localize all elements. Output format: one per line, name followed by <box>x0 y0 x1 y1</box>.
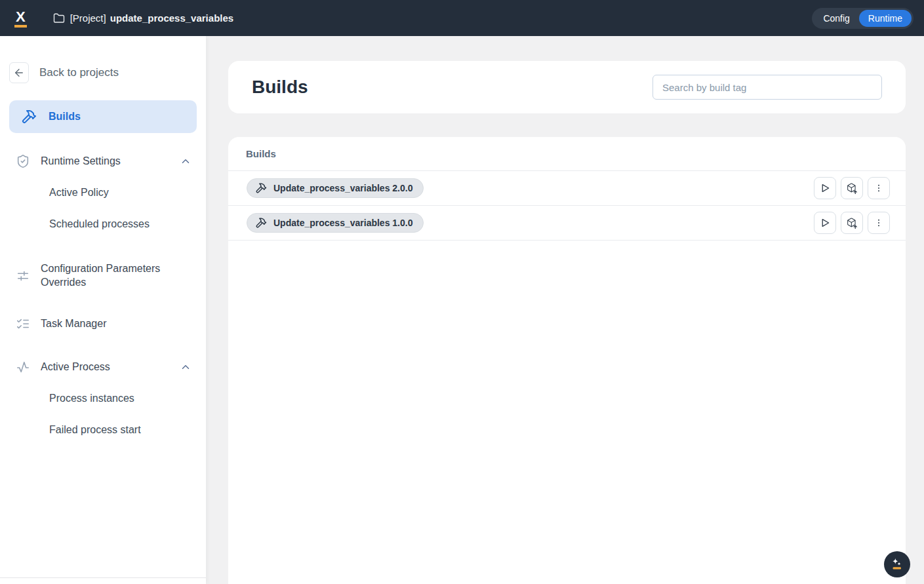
activity-pulse-icon <box>16 360 30 374</box>
folder-icon <box>53 12 65 24</box>
environment-toggle: Config Runtime <box>812 8 914 29</box>
chevron-up-icon[interactable] <box>180 155 191 167</box>
sidebar-item-config-param-overrides[interactable]: Configuration Parameters Overrides <box>0 262 206 290</box>
sidebar-section-active-process-label: Active Process <box>41 360 180 374</box>
build-tag-search-input[interactable] <box>653 75 882 100</box>
play-icon <box>819 217 831 229</box>
build-more-menu-button[interactable] <box>868 177 890 199</box>
sidebar-bottom-divider <box>0 577 206 578</box>
build-row: Update_process_variables 1.0.0 <box>228 206 906 241</box>
shield-check-icon <box>16 154 30 168</box>
config-tab[interactable]: Config <box>814 10 858 27</box>
sparkles-icon <box>889 556 906 573</box>
deploy-build-button[interactable] <box>841 177 863 199</box>
run-build-button[interactable] <box>814 212 836 234</box>
build-row: Update_process_variables 2.0.0 <box>228 171 906 206</box>
builds-list-card: Builds Update_process_variables 2.0.0 <box>228 137 906 584</box>
chevron-up-icon[interactable] <box>180 361 191 373</box>
sidebar-section-active-process[interactable]: Active Process <box>0 355 206 380</box>
project-prefix: [Project] <box>70 12 106 24</box>
sidebar: Back to projects Builds Runtime Settings… <box>0 36 206 584</box>
package-up-icon <box>846 217 858 229</box>
checklist-icon <box>16 317 30 331</box>
build-chip[interactable]: Update_process_variables 1.0.0 <box>247 213 424 233</box>
arrow-left-icon[interactable] <box>9 62 29 83</box>
sidebar-item-failed-process-start[interactable]: Failed process start <box>0 419 206 441</box>
sidebar-item-builds-label: Builds <box>49 111 81 123</box>
builds-header-card: Builds <box>228 61 906 113</box>
sidebar-item-task-manager-label: Task Manager <box>41 317 191 331</box>
sidebar-item-process-instances[interactable]: Process instances <box>0 387 206 410</box>
run-build-button[interactable] <box>814 177 836 199</box>
top-bar: X [Project] update_process_variables Con… <box>0 0 924 36</box>
package-up-icon <box>846 182 858 195</box>
project-name: update_process_variables <box>110 12 233 24</box>
kebab-menu-icon <box>874 183 884 193</box>
sidebar-item-active-policy[interactable]: Active Policy <box>0 182 206 204</box>
sidebar-item-scheduled-processes[interactable]: Scheduled processes <box>0 213 206 235</box>
hammer-icon <box>255 182 267 194</box>
kebab-menu-icon <box>874 218 884 228</box>
play-icon <box>819 182 831 194</box>
build-chip[interactable]: Update_process_variables 2.0.0 <box>247 178 424 198</box>
hammer-icon <box>21 109 37 125</box>
sidebar-section-runtime-settings-label: Runtime Settings <box>41 155 180 168</box>
sliders-icon <box>16 269 30 283</box>
runtime-tab[interactable]: Runtime <box>859 10 912 27</box>
main-content: Builds Builds Update_process_variables 2… <box>206 36 924 584</box>
back-to-projects[interactable]: Back to projects <box>9 62 197 83</box>
sidebar-item-task-manager[interactable]: Task Manager <box>0 311 206 336</box>
build-chip-label: Update_process_variables 2.0.0 <box>273 183 412 193</box>
assistant-fab-button[interactable] <box>884 551 910 577</box>
hammer-icon <box>255 217 267 229</box>
build-more-menu-button[interactable] <box>868 212 890 234</box>
app-logo[interactable]: X <box>14 9 27 28</box>
sidebar-item-builds[interactable]: Builds <box>9 100 197 133</box>
builds-list-header: Builds <box>228 137 906 171</box>
back-to-projects-label: Back to projects <box>39 66 119 79</box>
deploy-build-button[interactable] <box>841 212 863 234</box>
sidebar-item-config-param-overrides-label: Configuration Parameters Overrides <box>41 262 175 290</box>
page-title: Builds <box>252 77 308 98</box>
project-breadcrumb: [Project] update_process_variables <box>70 12 233 24</box>
sidebar-section-runtime-settings[interactable]: Runtime Settings <box>0 149 206 174</box>
build-chip-label: Update_process_variables 1.0.0 <box>273 218 412 228</box>
